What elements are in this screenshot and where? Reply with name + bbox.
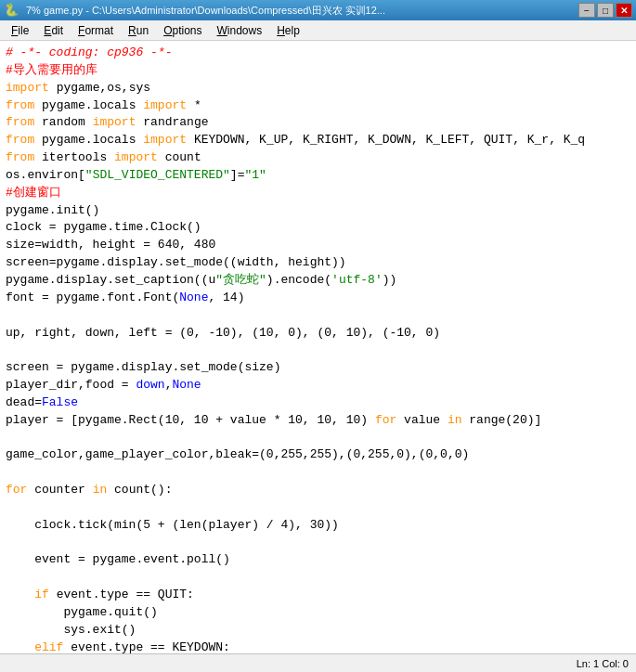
code-line-25 xyxy=(6,464,630,482)
menu-bar: File Edit Format Run Options Windows Hel… xyxy=(0,20,636,41)
code-line-9: #创建窗口 xyxy=(6,185,630,202)
code-line-30: event = pygame.event.poll() xyxy=(6,551,630,569)
code-line-24: game_color,game_player_color,bleak=(0,25… xyxy=(6,446,630,464)
menu-file[interactable]: File xyxy=(4,20,36,41)
code-line-7: from itertools import count xyxy=(6,149,630,167)
code-line-33: pygame.quit() xyxy=(6,604,630,622)
code-line-32: if event.type == QUIT: xyxy=(6,587,630,604)
code-line-15: font = pygame.font.Font(None, 14) xyxy=(6,290,630,307)
code-line-17: up, right, down, left = (0, -10), (10, 0… xyxy=(6,325,630,342)
code-line-34: sys.exit() xyxy=(6,622,630,640)
code-line-16 xyxy=(6,307,630,325)
menu-run[interactable]: Run xyxy=(121,20,156,41)
menu-format[interactable]: Format xyxy=(71,20,121,41)
code-line-8: os.environ["SDL_VIDEO_CENTERED"]="1" xyxy=(6,167,630,185)
code-line-5: from random import randrange xyxy=(6,114,630,132)
title-bar-text: 7% game.py - C:\Users\Administrator\Down… xyxy=(22,4,578,18)
code-line-10: pygame.init() xyxy=(6,202,630,220)
code-line-11: clock = pygame.time.Clock() xyxy=(6,219,630,237)
code-line-14: pygame.display.set_caption((u"贪吃蛇").enco… xyxy=(6,272,630,290)
code-editor[interactable]: # -*- coding: cp936 -*- #导入需要用的库 import … xyxy=(0,41,636,653)
app-icon: 🐍 xyxy=(4,3,19,18)
code-line-20: player_dir,food = down,None xyxy=(6,377,630,394)
code-line-18 xyxy=(6,342,630,359)
code-line-27 xyxy=(6,499,630,517)
menu-options[interactable]: Options xyxy=(156,20,209,41)
code-line-2: #导入需要用的库 xyxy=(6,62,630,80)
maximize-button[interactable]: □ xyxy=(597,3,614,18)
code-line-23 xyxy=(6,430,630,447)
code-line-19: screen = pygame.display.set_mode(size) xyxy=(6,359,630,377)
code-line-3: import pygame,os,sys xyxy=(6,80,630,97)
title-bar: 🐍 7% game.py - C:\Users\Administrator\Do… xyxy=(0,0,636,20)
code-line-21: dead=False xyxy=(6,394,630,412)
code-line-31 xyxy=(6,569,630,587)
code-line-35: elif event.type == KEYDOWN: xyxy=(6,640,630,653)
code-line-1: # -*- coding: cp936 -*- xyxy=(6,45,630,62)
minimize-button[interactable]: − xyxy=(578,3,595,18)
status-bar: Ln: 1 Col: 0 xyxy=(0,653,636,672)
menu-windows[interactable]: Windows xyxy=(210,20,270,41)
code-line-4: from pygame.locals import * xyxy=(6,97,630,115)
code-line-6: from pygame.locals import KEYDOWN, K_UP,… xyxy=(6,132,630,149)
code-line-29 xyxy=(6,535,630,552)
menu-help[interactable]: Help xyxy=(269,20,307,41)
title-bar-controls: − □ ✕ xyxy=(578,3,632,18)
code-line-12: size=width, height = 640, 480 xyxy=(6,237,630,254)
cursor-position: Ln: 1 Col: 0 xyxy=(577,658,629,669)
menu-edit[interactable]: Edit xyxy=(36,20,71,41)
close-button[interactable]: ✕ xyxy=(616,3,632,18)
code-line-28: clock.tick(min(5 + (len(player) / 4), 30… xyxy=(6,517,630,535)
code-line-22: player = [pygame.Rect(10, 10 + value * 1… xyxy=(6,412,630,430)
editor-container: # -*- coding: cp936 -*- #导入需要用的库 import … xyxy=(0,41,636,653)
code-line-26: for counter in count(): xyxy=(6,482,630,499)
code-line-13: screen=pygame.display.set_mode((width, h… xyxy=(6,254,630,272)
